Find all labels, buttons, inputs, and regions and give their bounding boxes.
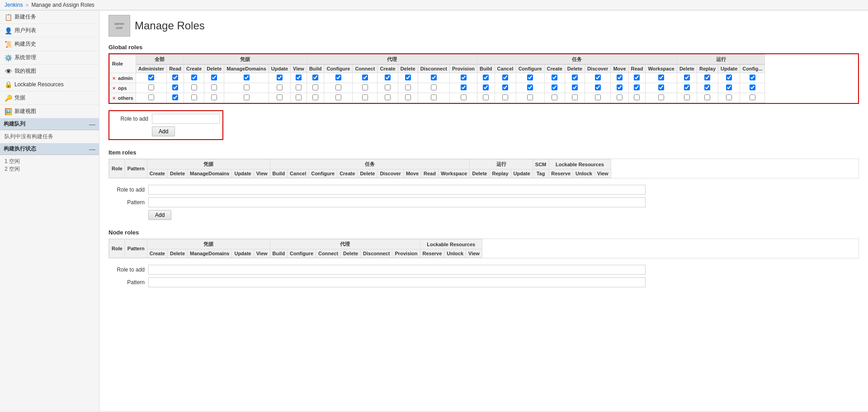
node-role-to-add-input[interactable]: [148, 265, 646, 275]
checkbox[interactable]: [277, 94, 283, 100]
checkbox[interactable]: [634, 75, 640, 80]
checkbox[interactable]: [595, 94, 601, 100]
checkbox[interactable]: [572, 84, 578, 90]
delete-role-ops-btn[interactable]: ✕: [112, 86, 116, 91]
checkbox[interactable]: [191, 94, 197, 100]
checkbox[interactable]: [431, 84, 437, 90]
checkbox[interactable]: [726, 84, 732, 90]
checkbox[interactable]: [704, 94, 710, 100]
checkbox[interactable]: [335, 94, 341, 100]
checkbox[interactable]: [172, 84, 178, 90]
checkbox[interactable]: [211, 84, 217, 90]
checkbox[interactable]: [191, 84, 197, 90]
checkbox[interactable]: [296, 75, 302, 80]
checkbox[interactable]: [684, 84, 690, 90]
checkbox[interactable]: [634, 84, 640, 90]
checkbox[interactable]: [617, 84, 623, 90]
checkbox[interactable]: [362, 84, 368, 90]
breadcrumb-jenkins[interactable]: Jenkins: [5, 2, 23, 8]
delete-role-others-btn[interactable]: ✕: [112, 96, 116, 101]
checkbox[interactable]: [595, 75, 601, 80]
global-role-to-add-input[interactable]: [152, 114, 220, 124]
checkbox[interactable]: [211, 94, 217, 100]
checkbox[interactable]: [172, 94, 178, 100]
checkbox[interactable]: [502, 75, 508, 80]
item-add-button[interactable]: Add: [148, 210, 171, 220]
checkbox[interactable]: [312, 75, 318, 80]
checkbox[interactable]: [726, 94, 732, 100]
checkbox[interactable]: [461, 84, 467, 90]
checkbox[interactable]: [296, 84, 302, 90]
checkbox[interactable]: [385, 94, 391, 100]
checkbox[interactable]: [405, 84, 411, 90]
checkbox[interactable]: [704, 75, 710, 80]
checkbox[interactable]: [658, 75, 664, 80]
checkbox[interactable]: [595, 84, 601, 90]
checkbox[interactable]: [704, 84, 710, 90]
sidebar-item-user-list[interactable]: 👤 用户列表: [0, 24, 99, 37]
checkbox[interactable]: [312, 84, 318, 90]
checkbox[interactable]: [362, 75, 368, 80]
checkbox[interactable]: [385, 84, 391, 90]
checkbox[interactable]: [385, 75, 391, 80]
checkbox[interactable]: [296, 94, 302, 100]
checkbox[interactable]: [658, 84, 664, 90]
global-add-button[interactable]: Add: [152, 126, 175, 136]
sidebar-item-new-view[interactable]: 🖼️ 新建视图: [0, 105, 99, 118]
checkbox[interactable]: [684, 75, 690, 80]
checkbox[interactable]: [483, 75, 489, 80]
checkbox[interactable]: [658, 94, 664, 100]
checkbox[interactable]: [483, 84, 489, 90]
checkbox[interactable]: [527, 75, 533, 80]
checkbox[interactable]: [335, 84, 341, 90]
checkbox[interactable]: [335, 75, 341, 80]
checkbox[interactable]: [684, 94, 690, 100]
sidebar-item-build-history[interactable]: 📜 构建历史: [0, 37, 99, 51]
checkbox[interactable]: [750, 94, 755, 100]
checkbox[interactable]: [362, 94, 368, 100]
checkbox[interactable]: [431, 94, 437, 100]
checkbox[interactable]: [431, 75, 437, 80]
checkbox[interactable]: [634, 94, 640, 100]
checkbox[interactable]: [572, 75, 578, 80]
sidebar-item-lockable-resources[interactable]: 🔒 Lockable Resources: [0, 78, 99, 91]
delete-role-admin-btn[interactable]: ✕: [112, 76, 116, 81]
checkbox[interactable]: [148, 75, 154, 80]
checkbox[interactable]: [277, 75, 283, 80]
checkbox[interactable]: [172, 75, 178, 80]
checkbox[interactable]: [191, 75, 197, 80]
checkbox[interactable]: [148, 94, 154, 100]
checkbox[interactable]: [483, 94, 489, 100]
item-role-to-add-input[interactable]: [148, 185, 646, 195]
checkbox[interactable]: [750, 75, 755, 80]
checkbox[interactable]: [552, 75, 557, 80]
checkbox[interactable]: [750, 84, 755, 90]
checkbox[interactable]: [461, 75, 467, 80]
checkbox[interactable]: [527, 84, 533, 90]
checkbox[interactable]: [502, 84, 508, 90]
checkbox[interactable]: [552, 84, 557, 90]
checkbox[interactable]: [244, 94, 250, 100]
checkbox[interactable]: [726, 75, 732, 80]
checkbox[interactable]: [277, 84, 283, 90]
checkbox[interactable]: [244, 84, 250, 90]
checkbox[interactable]: [244, 75, 250, 80]
checkbox[interactable]: [405, 94, 411, 100]
sidebar-item-my-views[interactable]: 👁️ 我的视图: [0, 65, 99, 78]
checkbox[interactable]: [502, 94, 508, 100]
checkbox[interactable]: [572, 94, 578, 100]
build-queue-collapse-btn[interactable]: —: [89, 121, 95, 128]
checkbox[interactable]: [148, 84, 154, 90]
sidebar-item-new-task[interactable]: 📋 新建任务: [0, 10, 99, 24]
node-pattern-input[interactable]: [148, 277, 646, 287]
sidebar-item-credentials[interactable]: 🔑 凭据: [0, 91, 99, 105]
item-pattern-input[interactable]: [148, 197, 646, 207]
checkbox[interactable]: [211, 75, 217, 80]
checkbox[interactable]: [617, 94, 623, 100]
checkbox[interactable]: [461, 94, 467, 100]
checkbox[interactable]: [527, 94, 533, 100]
build-status-collapse-btn[interactable]: —: [89, 145, 95, 153]
checkbox[interactable]: [405, 75, 411, 80]
sidebar-item-system-admin[interactable]: ⚙️ 系统管理: [0, 51, 99, 65]
checkbox[interactable]: [617, 75, 623, 80]
